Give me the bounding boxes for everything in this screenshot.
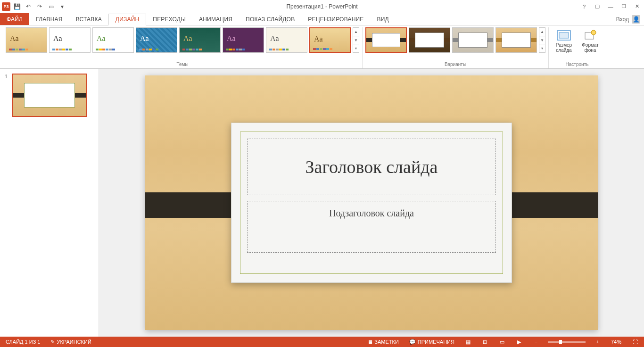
variant-thumb-3[interactable] xyxy=(452,27,494,53)
svg-point-3 xyxy=(591,30,596,35)
variant-thumb-1[interactable] xyxy=(365,27,407,53)
themes-more-button[interactable]: ▾ xyxy=(353,44,359,52)
language-indicator[interactable]: ✎ УКРАИНСКИЙ xyxy=(49,337,93,347)
themes-gallery-scroll: ▲ ▼ ▾ xyxy=(353,27,359,53)
format-background-label: Формат фона xyxy=(582,42,599,53)
slide-number: 1 xyxy=(5,74,8,79)
help-button[interactable]: ? xyxy=(578,2,590,11)
theme-thumb-5[interactable]: Aa xyxy=(179,27,221,53)
variant-thumb-4[interactable] xyxy=(495,27,537,53)
theme-thumb-4[interactable]: Aa xyxy=(136,27,177,53)
tab-transitions[interactable]: ПЕРЕХОДЫ xyxy=(146,13,192,25)
variant-thumb-2[interactable] xyxy=(409,27,450,53)
slide-size-button[interactable]: Размер слайда xyxy=(552,27,576,53)
ribbon-display-options-button[interactable]: ▢ xyxy=(591,2,603,11)
save-button[interactable]: 💾 xyxy=(12,2,22,11)
maximize-button[interactable]: ☐ xyxy=(618,2,630,11)
tab-design[interactable]: ДИЗАЙН xyxy=(108,14,147,25)
theme-thumb-8[interactable]: Aa xyxy=(309,27,351,53)
format-background-button[interactable]: Формат фона xyxy=(578,27,603,53)
variants-scroll-down[interactable]: ▼ xyxy=(539,36,545,45)
themes-scroll-up[interactable]: ▲ xyxy=(353,28,359,36)
group-themes: Aa Aa Aa Aa Aa Aa Aa Aa ▲ ▼ ▾ Темы xyxy=(3,27,363,68)
sign-in[interactable]: Вход 👤 xyxy=(616,13,644,25)
notes-button[interactable]: ≣ ЗАМЕТКИ xyxy=(366,337,401,347)
group-themes-label: Темы xyxy=(6,62,359,68)
format-background-icon xyxy=(583,29,598,41)
tab-animations[interactable]: АНИМАЦИЯ xyxy=(192,13,239,25)
notes-icon: ≣ xyxy=(368,339,372,345)
title-bar: P3 💾 ↶ ↷ ▭ ▾ Презентация1 - PowerPoint ?… xyxy=(0,0,644,13)
variants-gallery-scroll: ▲ ▼ ▾ xyxy=(539,27,545,53)
slide-card: Заголовок слайда Подзаголовок слайда xyxy=(231,123,512,283)
themes-scroll-down[interactable]: ▼ xyxy=(353,36,359,45)
theme-thumb-6[interactable]: Aa xyxy=(223,27,264,53)
window-title: Презентация1 - PowerPoint xyxy=(286,3,357,10)
redo-button[interactable]: ↷ xyxy=(35,2,44,11)
ribbon-tabs: ФАЙЛ ГЛАВНАЯ ВСТАВКА ДИЗАЙН ПЕРЕХОДЫ АНИ… xyxy=(0,13,644,25)
svg-rect-1 xyxy=(559,33,569,38)
subtitle-placeholder[interactable]: Подзаголовок слайда xyxy=(247,201,496,253)
group-customize-label: Настроить xyxy=(552,62,603,68)
slide-sorter-view-button[interactable]: ⊞ xyxy=(480,337,490,347)
quick-access-toolbar: P3 💾 ↶ ↷ ▭ ▾ xyxy=(0,2,67,11)
user-avatar-icon: 👤 xyxy=(632,15,640,24)
minimize-button[interactable]: — xyxy=(604,2,617,11)
tab-insert[interactable]: ВСТАВКА xyxy=(69,13,108,25)
status-bar: СЛАЙД 1 ИЗ 1 ✎ УКРАИНСКИЙ ≣ ЗАМЕТКИ 💬 ПР… xyxy=(0,337,644,347)
tab-file[interactable]: ФАЙЛ xyxy=(0,13,29,25)
slide-canvas: Заголовок слайда Подзаголовок слайда xyxy=(145,75,598,330)
zoom-level[interactable]: 74% xyxy=(609,337,623,347)
reading-view-button[interactable]: ▭ xyxy=(497,337,507,347)
group-customize: Размер слайда Формат фона Настроить xyxy=(549,27,605,68)
window-controls: ? ▢ — ☐ ✕ xyxy=(578,2,644,11)
zoom-slider[interactable] xyxy=(548,341,586,343)
start-from-beginning-button[interactable]: ▭ xyxy=(46,2,56,11)
tab-view[interactable]: ВИД xyxy=(371,13,396,25)
slideshow-view-button[interactable]: ▶ xyxy=(514,337,524,347)
slide-thumbnail-1[interactable] xyxy=(12,74,87,117)
title-placeholder[interactable]: Заголовок слайда xyxy=(247,139,496,195)
slide-editor[interactable]: Заголовок слайда Подзаголовок слайда xyxy=(99,69,644,337)
group-variants: ▲ ▼ ▾ Варианты xyxy=(363,27,549,68)
tab-home[interactable]: ГЛАВНАЯ xyxy=(29,13,69,25)
slide-thumbnail-panel: 1 xyxy=(0,69,99,337)
zoom-out-button[interactable]: − xyxy=(531,337,541,347)
tab-review[interactable]: РЕЦЕНЗИРОВАНИЕ xyxy=(301,13,370,25)
workspace: 1 Заголовок слайда Подзаголовок слайда xyxy=(0,69,644,337)
comments-icon: 💬 xyxy=(409,339,416,345)
comments-button[interactable]: 💬 ПРИМЕЧАНИЯ xyxy=(407,337,456,347)
theme-thumb-3[interactable]: Aa xyxy=(92,27,134,53)
qat-customize-button[interactable]: ▾ xyxy=(58,2,67,11)
zoom-in-button[interactable]: + xyxy=(592,337,603,347)
theme-thumb-1[interactable]: Aa xyxy=(6,27,47,53)
slide-size-icon xyxy=(556,29,571,41)
powerpoint-app-icon: P3 xyxy=(2,2,10,11)
variants-more-button[interactable]: ▾ xyxy=(539,44,545,52)
group-variants-label: Варианты xyxy=(365,62,545,68)
slide-size-label: Размер слайда xyxy=(556,42,572,53)
variants-scroll-up[interactable]: ▲ xyxy=(539,28,545,36)
sign-in-label: Вход xyxy=(616,16,629,23)
undo-button[interactable]: ↶ xyxy=(24,2,33,11)
close-button[interactable]: ✕ xyxy=(631,2,643,11)
normal-view-button[interactable]: ▦ xyxy=(463,337,473,347)
ribbon: Aa Aa Aa Aa Aa Aa Aa Aa ▲ ▼ ▾ Темы ▲ ▼ xyxy=(0,25,644,69)
theme-thumb-7[interactable]: Aa xyxy=(266,27,307,53)
slide-counter[interactable]: СЛАЙД 1 ИЗ 1 xyxy=(4,337,42,347)
spellcheck-icon: ✎ xyxy=(50,339,55,345)
tab-slideshow[interactable]: ПОКАЗ СЛАЙДОВ xyxy=(239,13,301,25)
theme-thumb-2[interactable]: Aa xyxy=(49,27,91,53)
fit-to-window-button[interactable]: ⛶ xyxy=(630,337,640,347)
